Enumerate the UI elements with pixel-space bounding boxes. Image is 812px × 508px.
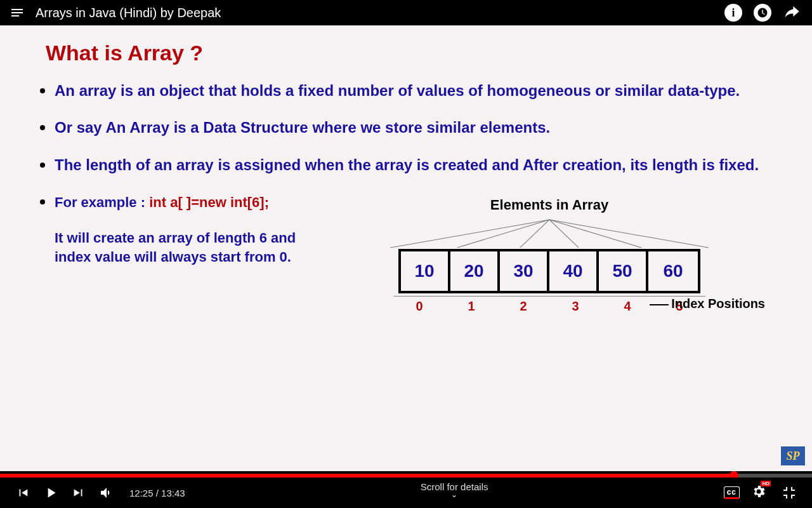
- subtitles-button[interactable]: cc: [724, 486, 740, 499]
- slide-heading: What is Array ?: [46, 41, 768, 65]
- array-cell: 50: [599, 251, 648, 291]
- top-right-controls: i: [724, 3, 801, 23]
- array-cell: 30: [500, 251, 549, 291]
- array-cell: 60: [648, 251, 698, 291]
- play-button[interactable]: [39, 481, 62, 504]
- svg-line-0: [390, 220, 549, 248]
- example-intro: For example : int a[ ]=new int[6];: [55, 193, 321, 212]
- index-label: 4: [601, 297, 653, 315]
- time-current: 12:25: [129, 488, 154, 498]
- array-cell: 40: [549, 251, 599, 291]
- array-diagram: Elements in Array: [340, 193, 759, 315]
- player-controls: 12:25 / 13:43 Scroll for details ⌄ cc HD: [0, 478, 812, 508]
- index-label: 0: [393, 297, 445, 315]
- index-positions-label: Index Positions: [650, 295, 765, 312]
- time-total: 13:43: [161, 488, 185, 498]
- array-cell: 20: [450, 251, 500, 291]
- video-player: Arrays in Java (Hindi) by Deepak i What …: [0, 0, 812, 508]
- info-card-button[interactable]: i: [724, 4, 742, 22]
- bullet-item: Or say An Array is a Data Structure wher…: [55, 116, 768, 138]
- example-desc: It will create an array of length 6 and …: [55, 229, 321, 266]
- exit-fullscreen-button[interactable]: [778, 481, 801, 504]
- array-cell: 10: [401, 251, 450, 291]
- top-bar: Arrays in Java (Hindi) by Deepak i: [0, 0, 812, 25]
- hd-badge: HD: [761, 481, 771, 486]
- channel-logo: SP: [780, 446, 806, 466]
- playlist-icon[interactable]: [11, 6, 24, 19]
- video-stage[interactable]: What is Array ? An array is an object th…: [0, 25, 812, 471]
- index-label: 3: [549, 297, 601, 315]
- bullet-item: The length of an array is assigned when …: [55, 154, 768, 175]
- time-display: 12:25 / 13:43: [129, 488, 185, 498]
- bullet-list: An array is an object that holds a fixed…: [29, 79, 768, 315]
- slide-content: What is Array ? An array is an object th…: [0, 25, 812, 471]
- chevron-down-icon: ⌄: [421, 492, 488, 497]
- watch-later-button[interactable]: [754, 4, 771, 22]
- index-label: 1: [445, 297, 497, 315]
- scroll-for-details[interactable]: Scroll for details ⌄: [421, 481, 488, 497]
- video-title[interactable]: Arrays in Java (Hindi) by Deepak: [36, 6, 724, 20]
- share-button[interactable]: [783, 3, 801, 23]
- settings-button[interactable]: HD: [751, 484, 766, 502]
- next-button[interactable]: [67, 481, 90, 504]
- previous-button[interactable]: [11, 481, 34, 504]
- svg-line-5: [549, 220, 709, 248]
- array-cells: 10 20 30 40 50 60: [398, 249, 700, 293]
- diagram-title: Elements in Array: [340, 196, 759, 215]
- bullet-item: An array is an object that holds a fixed…: [55, 79, 768, 101]
- right-controls: cc HD: [724, 481, 801, 504]
- volume-button[interactable]: [95, 481, 118, 504]
- index-label: 2: [497, 297, 549, 315]
- bullet-item-example: For example : int a[ ]=new int[6]; It wi…: [55, 190, 768, 315]
